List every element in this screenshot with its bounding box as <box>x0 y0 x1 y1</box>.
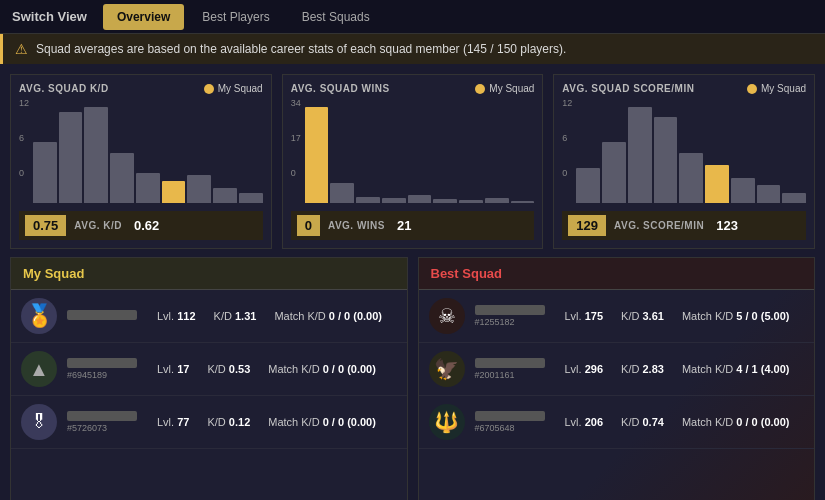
bar <box>628 107 652 203</box>
warning-banner: ⚠ Squad averages are based on the availa… <box>0 34 825 64</box>
score-other-value: 123 <box>712 215 742 236</box>
player-kd: K/D 3.61 <box>621 310 664 322</box>
warning-icon: ⚠ <box>15 41 28 57</box>
avatar: 🔱 <box>429 404 465 440</box>
player-id: #2001161 <box>475 370 555 380</box>
player-name-blur <box>67 310 137 320</box>
bar <box>576 168 600 203</box>
player-name-blur <box>475 358 545 368</box>
chart-kd: AVG. SQUAD K/D My Squad 12 6 0 <box>10 74 272 249</box>
bar <box>485 198 509 203</box>
bar-gold <box>705 165 729 203</box>
bar <box>356 197 380 203</box>
bar <box>511 201 535 203</box>
my-squad-header: My Squad <box>11 258 407 290</box>
chart-score-header: AVG. SQUAD SCORE/MIN My Squad <box>562 83 806 94</box>
chart-score-y-labels: 12 6 0 <box>562 98 572 178</box>
bar <box>239 193 263 203</box>
bar <box>679 153 703 204</box>
avatar: 🦅 <box>429 351 465 387</box>
squad-dot-wins <box>475 84 485 94</box>
bar-gold <box>305 107 329 203</box>
player-row: 🎖 #5726073 Lvl. 77 K/D 0.12 Match K/D 0 … <box>11 396 407 449</box>
best-squad-panel: Best Squad ☠ #1255182 Lvl. 175 K/D 3.61 … <box>418 257 816 500</box>
chart-kd-bars <box>33 98 263 207</box>
score-my-value: 129 <box>568 215 606 236</box>
bar <box>213 188 237 203</box>
player-info <box>67 310 147 322</box>
bar <box>782 193 806 203</box>
chart-kd-legend-label: My Squad <box>218 83 263 94</box>
tab-best-players[interactable]: Best Players <box>188 4 283 30</box>
player-name-blur <box>67 411 137 421</box>
bar <box>84 107 108 203</box>
player-match-kd: Match K/D 5 / 0 (5.00) <box>682 310 790 322</box>
chart-wins-legend-label: My Squad <box>489 83 534 94</box>
player-row: ☠ #1255182 Lvl. 175 K/D 3.61 Match K/D 5… <box>419 290 815 343</box>
player-id: #6705648 <box>475 423 555 433</box>
chart-score: AVG. SQUAD SCORE/MIN My Squad 12 6 0 <box>553 74 815 249</box>
chart-score-bottom: 129 AVG. SCORE/MIN 123 <box>562 211 806 240</box>
squad-dot-score <box>747 84 757 94</box>
player-match-kd: Match K/D 0 / 0 (0.00) <box>268 416 376 428</box>
chart-wins-bottom: 0 AVG. WINS 21 <box>291 211 535 240</box>
tab-best-squads[interactable]: Best Squads <box>288 4 384 30</box>
chart-wins-header: AVG. SQUAD WINS My Squad <box>291 83 535 94</box>
bar <box>408 195 432 203</box>
bar <box>33 142 57 203</box>
charts-row: AVG. SQUAD K/D My Squad 12 6 0 <box>0 64 825 249</box>
bar <box>59 112 83 203</box>
bar-gold <box>162 181 186 203</box>
chart-kd-y-labels: 12 6 0 <box>19 98 29 178</box>
wins-label: AVG. WINS <box>320 217 393 234</box>
player-row: ▲ #6945189 Lvl. 17 K/D 0.53 Match K/D 0 … <box>11 343 407 396</box>
bar <box>731 178 755 203</box>
player-info: #6945189 <box>67 358 147 380</box>
player-lvl: Lvl. 17 <box>157 363 189 375</box>
player-id: #5726073 <box>67 423 147 433</box>
bar <box>757 185 781 203</box>
bar <box>110 153 134 204</box>
kd-label: AVG. K/D <box>66 217 130 234</box>
chart-score-legend-label: My Squad <box>761 83 806 94</box>
kd-my-value: 0.75 <box>25 215 66 236</box>
player-match-kd: Match K/D 0 / 0 (0.00) <box>274 310 382 322</box>
bar <box>433 199 457 203</box>
avatar: 🎖 <box>21 404 57 440</box>
player-lvl: Lvl. 175 <box>565 310 604 322</box>
player-row: 🦅 #2001161 Lvl. 296 K/D 2.83 Match K/D 4… <box>419 343 815 396</box>
chart-wins-y-labels: 34 17 0 <box>291 98 301 178</box>
player-info: #2001161 <box>475 358 555 380</box>
player-name-blur <box>475 411 545 421</box>
player-lvl: Lvl. 112 <box>157 310 196 322</box>
player-id: #1255182 <box>475 317 555 327</box>
bar <box>187 175 211 203</box>
bar <box>136 173 160 203</box>
avatar: ☠ <box>429 298 465 334</box>
bar <box>382 198 406 203</box>
player-row: 🔱 #6705648 Lvl. 206 K/D 0.74 Match K/D 0… <box>419 396 815 449</box>
player-lvl: Lvl. 77 <box>157 416 189 428</box>
player-match-kd: Match K/D 0 / 0 (0.00) <box>268 363 376 375</box>
player-kd: K/D 2.83 <box>621 363 664 375</box>
bar <box>602 142 626 203</box>
player-name-blur <box>475 305 545 315</box>
tab-overview[interactable]: Overview <box>103 4 184 30</box>
chart-score-bars <box>576 98 806 207</box>
header: Switch View Overview Best Players Best S… <box>0 0 825 34</box>
avatar: 🏅 <box>21 298 57 334</box>
player-kd: K/D 1.31 <box>214 310 257 322</box>
switch-view-button[interactable]: Switch View <box>12 9 87 24</box>
bar <box>654 117 678 203</box>
player-kd: K/D 0.12 <box>207 416 250 428</box>
score-label: AVG. SCORE/MIN <box>606 217 712 234</box>
wins-my-value: 0 <box>297 215 320 236</box>
player-lvl: Lvl. 296 <box>565 363 604 375</box>
warning-text: Squad averages are based on the availabl… <box>36 42 566 56</box>
avatar: ▲ <box>21 351 57 387</box>
player-info: #1255182 <box>475 305 555 327</box>
chart-score-legend: My Squad <box>747 83 806 94</box>
player-info: #6705648 <box>475 411 555 433</box>
player-match-kd: Match K/D 4 / 1 (4.00) <box>682 363 790 375</box>
wins-other-value: 21 <box>393 215 415 236</box>
